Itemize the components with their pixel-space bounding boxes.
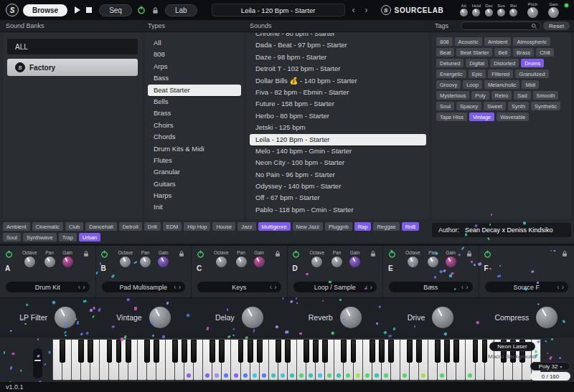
sound-item[interactable]: Off - 67 bpm - Starter (250, 192, 426, 204)
black-key[interactable] (219, 340, 225, 363)
tag-chip[interactable]: Spacey (456, 102, 481, 110)
black-key[interactable] (276, 340, 281, 363)
next-source-button[interactable]: › (370, 284, 372, 291)
effect-knob[interactable] (55, 307, 76, 328)
genre-chip[interactable]: EDM (163, 222, 182, 231)
black-key[interactable] (370, 340, 375, 363)
black-key[interactable] (88, 340, 93, 363)
lock-icon[interactable] (560, 249, 570, 259)
gain-knob[interactable] (446, 257, 456, 267)
power-icon[interactable] (136, 5, 146, 15)
sound-item[interactable]: No Pain - 96 bpm - Starter (250, 169, 426, 181)
hold-knob[interactable] (472, 9, 480, 16)
tag-chip[interactable]: Bell (494, 48, 511, 57)
next-source-button[interactable]: › (274, 284, 276, 291)
lock-icon[interactable] (81, 249, 91, 259)
genre-chip[interactable]: Ambient (3, 222, 30, 231)
preset-display[interactable]: Leila - 120 Bpm - Starter (212, 4, 345, 16)
black-key[interactable] (172, 340, 178, 363)
lock-icon[interactable] (368, 249, 378, 259)
power-icon[interactable] (100, 249, 110, 259)
type-item[interactable]: Init (148, 201, 241, 213)
tag-chip[interactable]: Sweet (484, 102, 506, 110)
background-label[interactable]: Macro Background (488, 353, 536, 360)
sound-item[interactable]: Future - 158 bpm - Starter (250, 98, 426, 110)
prev-source-button[interactable]: ‹ (270, 284, 272, 291)
black-key[interactable] (435, 340, 441, 363)
tag-chip[interactable]: Detuned (436, 59, 464, 67)
tag-chip[interactable]: Granulized (515, 70, 548, 78)
tag-chip[interactable]: Digital (466, 59, 488, 67)
sound-item[interactable]: Chrome - 80 bpm - Starter (250, 33, 426, 39)
tag-chip[interactable]: Soul (436, 102, 454, 110)
octave-knob[interactable] (120, 257, 131, 267)
black-key[interactable] (182, 340, 187, 363)
lock-icon[interactable] (151, 5, 161, 15)
genre-chip[interactable]: Hip Hop (184, 222, 210, 231)
sound-item[interactable]: Odyssey - 140 bpm - Starter (250, 181, 426, 192)
gain-knob[interactable] (349, 257, 360, 267)
black-key[interactable] (248, 340, 253, 363)
type-item[interactable]: 808 (148, 49, 241, 60)
next-source-button[interactable]: › (83, 284, 85, 291)
type-item[interactable]: Bells (148, 96, 241, 107)
type-item[interactable]: Chords (148, 131, 241, 143)
black-key[interactable] (144, 340, 150, 363)
pan-knob[interactable] (331, 257, 342, 267)
sound-item[interactable]: Daze - 98 bpm - Starter (250, 52, 426, 63)
tag-chip[interactable]: Drums (521, 59, 544, 67)
stop-icon[interactable] (86, 7, 92, 13)
play-icon[interactable] (75, 6, 80, 14)
power-icon[interactable] (4, 249, 14, 259)
type-item[interactable]: Drum Kits & Midi (148, 143, 241, 155)
prev-source-button[interactable]: ‹ (557, 284, 559, 291)
tag-search-input[interactable] (464, 23, 531, 29)
tag-chip[interactable]: Beat (436, 48, 454, 57)
tag-chip[interactable]: Loop (463, 80, 482, 89)
sound-item[interactable]: Jetski - 125 bpm (250, 122, 426, 133)
tag-chip[interactable]: 808 (436, 37, 453, 46)
sound-item[interactable]: Melo - 140 bpm - Gmin - Starter (250, 145, 426, 157)
skin-button[interactable]: Neon Laser (489, 342, 535, 351)
tag-chip[interactable]: Distorted (490, 59, 519, 67)
genre-chip[interactable]: Drill (144, 222, 161, 231)
genre-chip[interactable]: RnB (402, 222, 420, 231)
black-key[interactable] (453, 340, 459, 363)
lock-icon[interactable] (464, 249, 474, 259)
genre-chip[interactable]: Pluggnb (325, 222, 352, 231)
lock-icon[interactable] (273, 249, 283, 259)
type-item[interactable]: Choirs (148, 120, 241, 131)
tag-chip[interactable]: Energetic (436, 70, 466, 78)
tag-chip[interactable]: Retro (491, 91, 512, 100)
tag-chip[interactable]: Midi (522, 80, 539, 89)
tag-chip[interactable]: Filtered (488, 70, 513, 78)
genre-chip[interactable]: Club (65, 222, 83, 231)
type-item[interactable]: Guitars (148, 178, 241, 190)
sound-item[interactable]: Dada - Beat - 97 bpm - Starter (250, 39, 426, 51)
genre-chip[interactable]: Synthwave (23, 233, 57, 242)
type-item[interactable]: Beat Starter (148, 85, 241, 96)
black-key[interactable] (238, 340, 244, 363)
tag-chip[interactable]: Beat Starter (456, 48, 492, 57)
octave-knob[interactable] (24, 257, 35, 267)
tag-chip[interactable]: Groovy (436, 80, 461, 89)
tag-search[interactable] (461, 21, 541, 30)
type-item[interactable]: Brass (148, 107, 241, 119)
gain-knob[interactable] (254, 257, 265, 267)
tag-chip[interactable]: Synth (508, 102, 529, 110)
black-key[interactable] (257, 340, 263, 363)
genre-chip[interactable]: Cinematic (32, 222, 63, 231)
tag-chip[interactable]: Sad (514, 91, 530, 100)
black-key[interactable] (191, 340, 197, 363)
gain-knob[interactable] (548, 7, 559, 18)
next-preset-button[interactable]: › (362, 5, 371, 15)
tag-chip[interactable]: Tape Hiss (436, 113, 467, 121)
black-key[interactable] (60, 340, 65, 363)
prev-preset-button[interactable]: ‹ (349, 5, 358, 15)
tag-chip[interactable]: Atmospheric (513, 37, 550, 46)
power-icon[interactable] (483, 249, 493, 259)
black-key[interactable] (444, 340, 450, 363)
genre-chip[interactable]: Soul (3, 233, 21, 242)
tag-chip[interactable]: Chill (536, 48, 554, 57)
black-key[interactable] (154, 340, 159, 363)
